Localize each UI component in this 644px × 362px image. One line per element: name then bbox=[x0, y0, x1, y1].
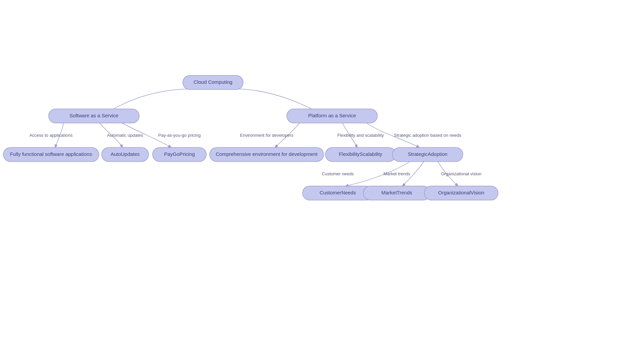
node-flexibilityscalability-label: FlexibilityScalability bbox=[339, 151, 382, 157]
node-autoupdates-label: AutoUpdates bbox=[111, 151, 140, 157]
node-customerneeds-label: CustomerNeeds bbox=[320, 190, 356, 195]
label-automatic: Automatic updates bbox=[107, 133, 143, 138]
label-access: Access to applications bbox=[30, 133, 73, 138]
node-fullysoftware-label: Fully functional software applications bbox=[10, 151, 92, 157]
node-organizationalvision-label: OrganizationalVision bbox=[438, 190, 484, 195]
node-paygopricing-label: PayGoPricing bbox=[164, 151, 195, 157]
node-paas-label: Platform as a Service bbox=[308, 113, 356, 118]
label-paygo: Pay-as-you-go pricing bbox=[158, 133, 201, 138]
label-customerneeds: Customer needs bbox=[322, 171, 354, 176]
node-strategicadoption-label: StrategicAdoption bbox=[408, 151, 447, 157]
label-flexibility: Flexibility and scalability bbox=[337, 133, 384, 138]
node-saas-label: Software as a Service bbox=[69, 113, 118, 118]
label-strategic: Strategic adoption based on needs bbox=[394, 133, 462, 138]
node-root-label: Cloud Computing bbox=[194, 79, 232, 85]
label-orgvision: Organizational vision bbox=[441, 171, 482, 176]
node-comprehensiveenv-label: Comprehensive environment for developmen… bbox=[216, 151, 318, 157]
node-markettrends-label: MarketTrends bbox=[381, 190, 412, 195]
label-envdev: Environment for developers bbox=[240, 133, 293, 138]
label-markettrends: Market trends bbox=[383, 171, 410, 176]
